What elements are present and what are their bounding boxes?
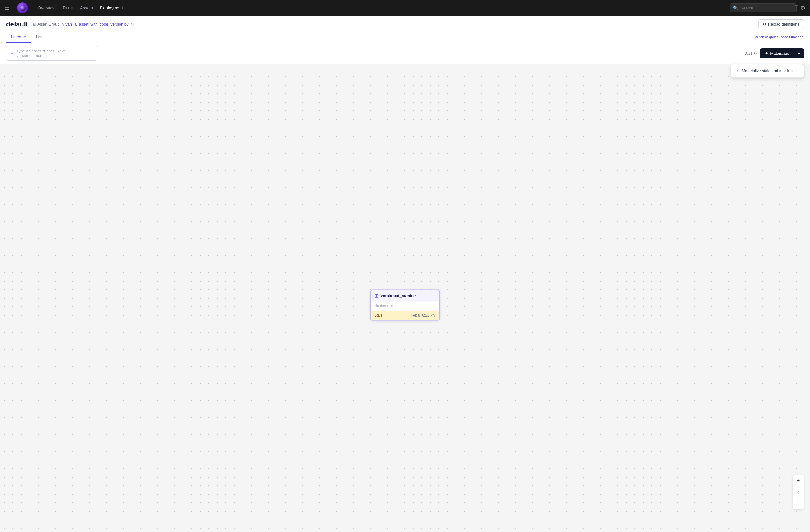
- asset-node-footer: Stale Feb 8, 8:22 PM: [371, 310, 439, 320]
- asset-node-header: ▦ versioned_number: [371, 290, 439, 301]
- filter-icon: ✦: [11, 51, 14, 56]
- materialize-icon: ✦: [765, 51, 768, 56]
- search-input[interactable]: [741, 6, 792, 10]
- materialize-label: Materialize: [770, 51, 789, 56]
- search-shortcut: /: [794, 5, 798, 10]
- zoom-circle-icon: ○: [797, 489, 800, 496]
- app-logo: [17, 2, 28, 13]
- nav-deployment[interactable]: Deployment: [100, 5, 123, 10]
- view-global-label: View global asset lineage: [760, 35, 804, 39]
- timer-refresh-icon[interactable]: ↻: [754, 51, 757, 56]
- materialize-stale-label: Materialize stale and missing: [742, 68, 793, 73]
- materialize-stale-missing-item[interactable]: ✦ Materialize stale and missing: [731, 65, 804, 76]
- materialize-button[interactable]: ✦ Materialize: [760, 48, 794, 59]
- lineage-canvas[interactable]: ▦ versioned_number No description Stale …: [0, 64, 810, 532]
- asset-filter-input[interactable]: ✦ Type an asset subset... (ex: versioned…: [6, 46, 97, 61]
- materialize-button-group: ✦ Materialize ▾: [760, 48, 804, 59]
- asset-group-icon: ▦: [32, 22, 36, 27]
- tab-lineage[interactable]: Lineage: [6, 31, 31, 43]
- nav-overview[interactable]: Overview: [38, 5, 55, 10]
- zoom-controls: + ○ −: [793, 475, 804, 510]
- asset-node-title: versioned_number: [380, 293, 416, 298]
- subheader: default ▦ Asset Group in vanilla_asset_w…: [0, 16, 810, 43]
- breadcrumb-refresh-icon[interactable]: ↻: [131, 22, 134, 27]
- asset-status-badge: Stale: [374, 313, 383, 318]
- top-navigation: ☰ Overview Runs Assets Deployment 🔍 / ⚙: [0, 0, 810, 16]
- nav-assets[interactable]: Assets: [80, 5, 93, 10]
- timer: 0:11 ↻: [745, 51, 757, 56]
- reload-label: Reload definitions: [768, 22, 799, 27]
- breadcrumb-prefix: Asset Group in: [37, 22, 64, 27]
- breadcrumb-link[interactable]: vanilla_asset_with_code_version.py: [65, 22, 128, 27]
- filter-placeholder-text: Type an asset subset... (ex: versioned_n…: [16, 49, 93, 58]
- subheader-top: default ▦ Asset Group in vanilla_asset_w…: [6, 19, 804, 31]
- nav-runs[interactable]: Runs: [63, 5, 73, 10]
- tab-list[interactable]: List: [31, 31, 47, 43]
- zoom-out-button[interactable]: −: [793, 499, 804, 509]
- view-global-icon: ⧉: [755, 35, 758, 39]
- tabs: Lineage List: [6, 31, 47, 43]
- nav-links: Overview Runs Assets Deployment: [38, 5, 123, 10]
- materialize-dropdown-button[interactable]: ▾: [794, 48, 804, 59]
- materialize-stale-icon: ✦: [736, 68, 740, 73]
- nav-right: 🔍 / ⚙: [730, 3, 805, 13]
- view-global-asset-lineage-link[interactable]: ⧉ View global asset lineage: [755, 35, 804, 39]
- svg-point-0: [19, 5, 26, 11]
- gear-icon[interactable]: ⚙: [800, 4, 805, 11]
- materialize-dropdown-menu: ✦ Materialize stale and missing: [731, 64, 804, 78]
- zoom-slider[interactable]: ○: [793, 487, 804, 498]
- timer-value: 0:11: [745, 51, 752, 56]
- asset-node-versioned-number[interactable]: ▦ versioned_number No description Stale …: [370, 289, 440, 321]
- subheader-tabs-row: Lineage List ⧉ View global asset lineage: [6, 31, 804, 43]
- asset-table-icon: ▦: [374, 293, 378, 298]
- hamburger-icon[interactable]: ☰: [5, 4, 10, 11]
- breadcrumb: ▦ Asset Group in vanilla_asset_with_code…: [32, 22, 133, 27]
- zoom-in-button[interactable]: +: [793, 475, 804, 486]
- page-title: default: [6, 20, 28, 28]
- reload-icon: ↻: [763, 22, 766, 27]
- search-bar[interactable]: 🔍 /: [730, 3, 797, 13]
- search-icon: 🔍: [733, 5, 738, 10]
- asset-timestamp: Feb 8, 8:22 PM: [411, 313, 436, 318]
- toolbar: ✦ Type an asset subset... (ex: versioned…: [0, 43, 810, 64]
- toolbar-right: 0:11 ↻ ✦ Materialize ▾: [745, 48, 804, 59]
- asset-node-description: No description: [371, 301, 439, 310]
- reload-definitions-button[interactable]: ↻ Reload definitions: [758, 19, 804, 29]
